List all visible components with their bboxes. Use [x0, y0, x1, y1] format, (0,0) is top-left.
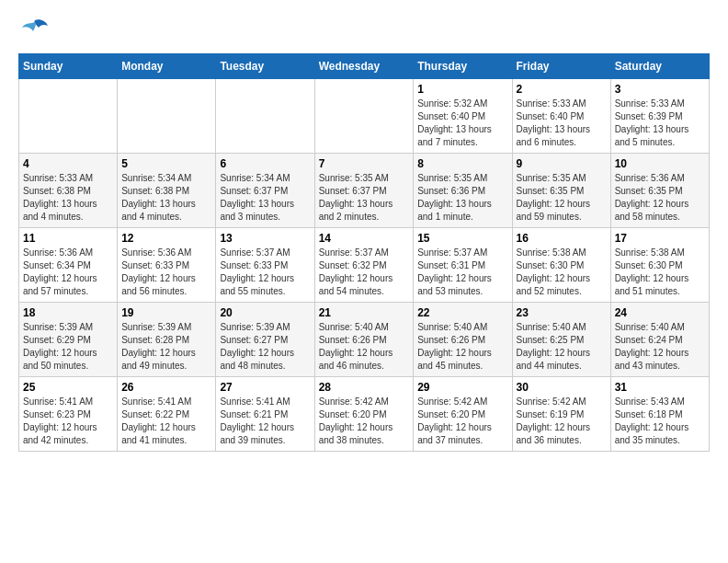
day-info-text: Sunrise: 5:40 AM Sunset: 6:26 PM Dayligh… [417, 321, 507, 373]
day-info-text: Sunrise: 5:39 AM Sunset: 6:29 PM Dayligh… [23, 321, 113, 373]
day-info-text: Sunrise: 5:36 AM Sunset: 6:35 PM Dayligh… [615, 172, 705, 224]
day-info-text: Sunrise: 5:35 AM Sunset: 6:35 PM Dayligh… [517, 172, 607, 224]
day-info-text: Sunrise: 5:37 AM Sunset: 6:33 PM Dayligh… [220, 247, 310, 298]
day-number: 2 [517, 83, 607, 96]
calendar-day-cell [118, 79, 216, 154]
calendar-day-cell: 19Sunrise: 5:39 AM Sunset: 6:28 PM Dayli… [118, 303, 216, 377]
day-number: 30 [517, 381, 607, 394]
day-number: 21 [319, 306, 410, 319]
calendar-week-row: 18Sunrise: 5:39 AM Sunset: 6:29 PM Dayli… [19, 303, 710, 377]
calendar-day-cell: 10Sunrise: 5:36 AM Sunset: 6:35 PM Dayli… [610, 154, 709, 228]
day-number: 28 [319, 381, 410, 394]
calendar-day-cell: 16Sunrise: 5:38 AM Sunset: 6:30 PM Dayli… [512, 228, 610, 303]
calendar-day-cell: 20Sunrise: 5:39 AM Sunset: 6:27 PM Dayli… [216, 303, 314, 377]
calendar-day-cell [19, 79, 118, 154]
calendar-day-cell: 22Sunrise: 5:40 AM Sunset: 6:26 PM Dayli… [414, 303, 512, 377]
calendar-day-cell: 15Sunrise: 5:37 AM Sunset: 6:31 PM Dayli… [414, 228, 512, 303]
day-info-text: Sunrise: 5:33 AM Sunset: 6:40 PM Dayligh… [517, 98, 607, 149]
day-of-week-header: Saturday [610, 54, 709, 79]
calendar-day-cell: 24Sunrise: 5:40 AM Sunset: 6:24 PM Dayli… [610, 303, 709, 377]
day-info-text: Sunrise: 5:34 AM Sunset: 6:37 PM Dayligh… [220, 172, 310, 224]
calendar-day-cell: 30Sunrise: 5:42 AM Sunset: 6:19 PM Dayli… [512, 377, 610, 452]
calendar-day-cell: 5Sunrise: 5:34 AM Sunset: 6:38 PM Daylig… [118, 154, 216, 228]
day-number: 31 [615, 381, 705, 394]
day-info-text: Sunrise: 5:33 AM Sunset: 6:38 PM Dayligh… [23, 172, 113, 224]
day-number: 18 [23, 306, 113, 319]
day-number: 22 [417, 306, 507, 319]
day-info-text: Sunrise: 5:42 AM Sunset: 6:19 PM Dayligh… [517, 396, 607, 447]
day-info-text: Sunrise: 5:37 AM Sunset: 6:31 PM Dayligh… [417, 247, 507, 298]
calendar-table: SundayMondayTuesdayWednesdayThursdayFrid… [18, 53, 710, 452]
calendar-day-cell: 18Sunrise: 5:39 AM Sunset: 6:29 PM Dayli… [19, 303, 118, 377]
calendar-day-cell [216, 79, 314, 154]
day-info-text: Sunrise: 5:33 AM Sunset: 6:39 PM Dayligh… [615, 98, 705, 149]
day-number: 27 [220, 381, 310, 394]
day-number: 5 [121, 157, 211, 170]
day-info-text: Sunrise: 5:35 AM Sunset: 6:36 PM Dayligh… [417, 172, 507, 224]
calendar-day-cell: 17Sunrise: 5:38 AM Sunset: 6:30 PM Dayli… [610, 228, 709, 303]
calendar-day-cell: 9Sunrise: 5:35 AM Sunset: 6:35 PM Daylig… [512, 154, 610, 228]
day-info-text: Sunrise: 5:36 AM Sunset: 6:34 PM Dayligh… [23, 247, 113, 298]
calendar-day-cell: 3Sunrise: 5:33 AM Sunset: 6:39 PM Daylig… [610, 79, 709, 154]
calendar-day-cell: 13Sunrise: 5:37 AM Sunset: 6:33 PM Dayli… [216, 228, 314, 303]
calendar-week-row: 25Sunrise: 5:41 AM Sunset: 6:23 PM Dayli… [19, 377, 710, 452]
day-number: 26 [121, 381, 211, 394]
logo-bird-icon [22, 18, 48, 39]
logo [18, 18, 48, 39]
day-number: 10 [615, 157, 705, 170]
day-number: 23 [517, 306, 607, 319]
day-number: 12 [121, 232, 211, 245]
day-number: 15 [417, 232, 507, 245]
day-number: 3 [615, 83, 705, 96]
calendar-day-cell [314, 79, 414, 154]
day-number: 1 [417, 83, 507, 96]
calendar-day-cell: 2Sunrise: 5:33 AM Sunset: 6:40 PM Daylig… [512, 79, 610, 154]
day-info-text: Sunrise: 5:34 AM Sunset: 6:38 PM Dayligh… [121, 172, 211, 224]
calendar-day-cell: 26Sunrise: 5:41 AM Sunset: 6:22 PM Dayli… [118, 377, 216, 452]
calendar-day-cell: 6Sunrise: 5:34 AM Sunset: 6:37 PM Daylig… [216, 154, 314, 228]
day-info-text: Sunrise: 5:41 AM Sunset: 6:23 PM Dayligh… [23, 396, 113, 447]
day-info-text: Sunrise: 5:32 AM Sunset: 6:40 PM Dayligh… [417, 98, 507, 149]
day-info-text: Sunrise: 5:41 AM Sunset: 6:21 PM Dayligh… [220, 396, 310, 447]
day-number: 7 [319, 157, 410, 170]
day-of-week-header: Tuesday [216, 54, 314, 79]
day-info-text: Sunrise: 5:42 AM Sunset: 6:20 PM Dayligh… [417, 396, 507, 447]
day-info-text: Sunrise: 5:40 AM Sunset: 6:25 PM Dayligh… [517, 321, 607, 373]
day-info-text: Sunrise: 5:38 AM Sunset: 6:30 PM Dayligh… [615, 247, 705, 298]
day-number: 25 [23, 381, 113, 394]
day-number: 24 [615, 306, 705, 319]
day-number: 16 [517, 232, 607, 245]
calendar-day-cell: 31Sunrise: 5:43 AM Sunset: 6:18 PM Dayli… [610, 377, 709, 452]
calendar-day-cell: 7Sunrise: 5:35 AM Sunset: 6:37 PM Daylig… [314, 154, 414, 228]
day-number: 8 [417, 157, 507, 170]
calendar-day-cell: 21Sunrise: 5:40 AM Sunset: 6:26 PM Dayli… [314, 303, 414, 377]
day-info-text: Sunrise: 5:40 AM Sunset: 6:24 PM Dayligh… [615, 321, 705, 373]
day-of-week-header: Friday [512, 54, 610, 79]
day-number: 17 [615, 232, 705, 245]
day-number: 9 [517, 157, 607, 170]
day-number: 4 [23, 157, 113, 170]
day-info-text: Sunrise: 5:35 AM Sunset: 6:37 PM Dayligh… [319, 172, 410, 224]
calendar-week-row: 11Sunrise: 5:36 AM Sunset: 6:34 PM Dayli… [19, 228, 710, 303]
day-info-text: Sunrise: 5:39 AM Sunset: 6:27 PM Dayligh… [220, 321, 310, 373]
calendar-day-cell: 4Sunrise: 5:33 AM Sunset: 6:38 PM Daylig… [19, 154, 118, 228]
day-number: 13 [220, 232, 310, 245]
calendar-day-cell: 11Sunrise: 5:36 AM Sunset: 6:34 PM Dayli… [19, 228, 118, 303]
day-info-text: Sunrise: 5:43 AM Sunset: 6:18 PM Dayligh… [615, 396, 705, 447]
day-number: 29 [417, 381, 507, 394]
calendar-day-cell: 29Sunrise: 5:42 AM Sunset: 6:20 PM Dayli… [414, 377, 512, 452]
calendar-header-row: SundayMondayTuesdayWednesdayThursdayFrid… [19, 54, 710, 79]
calendar-day-cell: 14Sunrise: 5:37 AM Sunset: 6:32 PM Dayli… [314, 228, 414, 303]
day-number: 19 [121, 306, 211, 319]
day-info-text: Sunrise: 5:36 AM Sunset: 6:33 PM Dayligh… [121, 247, 211, 298]
day-info-text: Sunrise: 5:37 AM Sunset: 6:32 PM Dayligh… [319, 247, 410, 298]
day-info-text: Sunrise: 5:38 AM Sunset: 6:30 PM Dayligh… [517, 247, 607, 298]
day-info-text: Sunrise: 5:41 AM Sunset: 6:22 PM Dayligh… [121, 396, 211, 447]
day-of-week-header: Wednesday [314, 54, 414, 79]
day-info-text: Sunrise: 5:42 AM Sunset: 6:20 PM Dayligh… [319, 396, 410, 447]
day-info-text: Sunrise: 5:40 AM Sunset: 6:26 PM Dayligh… [319, 321, 410, 373]
calendar-day-cell: 1Sunrise: 5:32 AM Sunset: 6:40 PM Daylig… [414, 79, 512, 154]
header [18, 18, 710, 39]
calendar-day-cell: 12Sunrise: 5:36 AM Sunset: 6:33 PM Dayli… [118, 228, 216, 303]
day-number: 11 [23, 232, 113, 245]
